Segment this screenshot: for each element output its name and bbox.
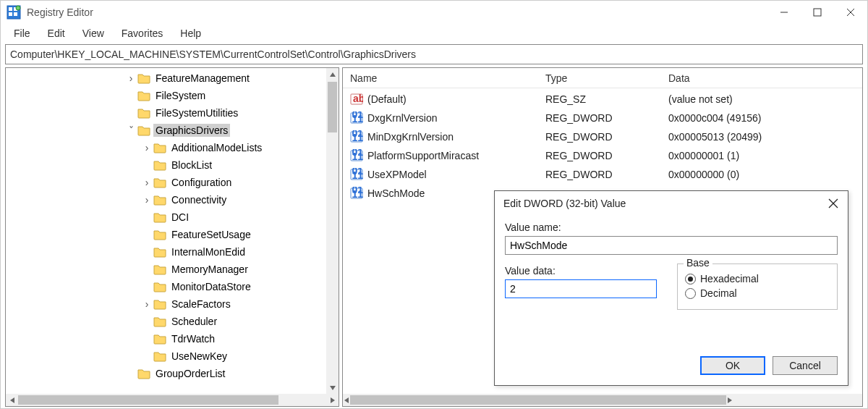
ok-button[interactable]: OK [700,356,765,375]
folder-icon [153,194,166,206]
address-bar[interactable]: Computer\HKEY_LOCAL_MACHINE\SYSTEM\Curre… [5,44,863,64]
tree-node[interactable]: FileSystemUtilities [6,104,339,122]
folder-icon [153,229,166,240]
scroll-right-icon[interactable] [326,397,339,404]
menu-bar: File Edit View Favorites Help [1,24,867,43]
chevron-right-icon[interactable]: › [142,194,152,206]
menu-edit[interactable]: Edit [39,25,74,42]
tree-node[interactable]: GroupOrderList [6,365,339,382]
svg-marker-10 [330,72,336,77]
tree-node[interactable]: FileSystem [6,87,339,104]
tree-node-label: InternalMonEdid [169,245,247,258]
chevron-right-icon[interactable]: › [126,72,136,84]
scroll-right-icon[interactable] [726,397,733,404]
tree-node[interactable]: BlockList [6,156,339,174]
value-name-input[interactable]: HwSchMode [505,236,838,255]
value-name: HwSchMode [367,187,425,199]
base-group: Base Hexadecimal Decimal [677,263,838,310]
list-header: Name Type Data [343,68,862,88]
radio-hexadecimal[interactable]: Hexadecimal [685,273,830,284]
list-row[interactable]: 011110UseXPModelREG_DWORD0x00000000 (0) [343,165,862,184]
folder-icon [137,107,150,119]
dword-value-icon: 011110 [350,130,363,143]
tree-horizontal-scrollbar[interactable] [6,394,339,406]
tree-node[interactable]: UseNewKey [6,347,339,365]
folder-icon [137,72,150,84]
cancel-button[interactable]: Cancel [773,356,838,375]
folder-icon [153,211,166,223]
tree-node-label: FeatureSetUsage [169,228,253,241]
chevron-right-icon[interactable]: › [142,142,152,153]
column-type[interactable]: Type [538,69,661,87]
tree-node[interactable]: ›AdditionalModeLists [6,139,339,156]
svg-rect-7 [814,9,821,16]
column-name[interactable]: Name [343,69,538,87]
chevron-down-icon[interactable]: ˅ [126,125,136,136]
value-name: UseXPModel [367,169,427,180]
tree-node[interactable]: InternalMonEdid [6,243,339,261]
scroll-thumb[interactable] [350,395,726,405]
tree-node[interactable]: ˅GraphicsDrivers [6,122,339,139]
tree-node[interactable]: DCI [6,208,339,226]
folder-icon [153,159,166,171]
menu-view[interactable]: View [74,25,113,42]
tree-node[interactable]: MonitorDataStore [6,278,339,295]
folder-icon [153,246,166,258]
folder-icon [153,177,166,188]
maximize-button[interactable] [801,1,834,24]
scroll-down-icon[interactable] [326,381,339,394]
column-data[interactable]: Data [661,69,862,87]
svg-rect-1 [9,7,12,11]
registry-tree[interactable]: ›FeatureManagementFileSystemFileSystemUt… [6,68,339,384]
scroll-left-icon[interactable] [6,397,18,404]
list-row[interactable]: 011110MinDxgKrnlVersionREG_DWORD0x000050… [343,127,862,146]
edit-dword-dialog: Edit DWORD (32-bit) Value Value name: Hw… [494,190,848,386]
scroll-left-icon[interactable] [343,397,350,404]
tree-node-label: GroupOrderList [153,367,227,380]
svg-marker-11 [330,386,336,390]
list-horizontal-scrollbar[interactable] [343,394,862,406]
tree-node[interactable]: ›Configuration [6,174,339,191]
tree-node[interactable]: ›Connectivity [6,191,339,208]
list-row[interactable]: ab(Default)REG_SZ(value not set) [343,90,862,109]
chevron-right-icon[interactable]: › [142,177,152,188]
window-title: Registry Editor [27,7,767,18]
tree-node[interactable]: FeatureSetUsage [6,226,339,243]
tree-node[interactable]: MemoryManager [6,261,339,278]
value-type: REG_DWORD [538,112,661,124]
menu-favorites[interactable]: Favorites [113,25,172,42]
menu-file[interactable]: File [5,25,39,42]
dword-value-icon: 011110 [350,149,363,162]
close-button[interactable] [834,1,867,24]
svg-text:110: 110 [352,188,364,200]
base-legend: Base [684,257,712,269]
list-row[interactable]: 011110PlatformSupportMiracastREG_DWORD0x… [343,146,862,165]
scroll-thumb[interactable] [18,395,278,405]
svg-marker-12 [10,397,14,403]
svg-text:110: 110 [352,151,364,162]
chevron-right-icon[interactable]: › [142,298,152,310]
tree-node[interactable]: ›ScaleFactors [6,295,339,313]
folder-icon [153,281,166,292]
address-text: Computer\HKEY_LOCAL_MACHINE\SYSTEM\Curre… [10,49,416,60]
value-data-label: Value data: [505,265,657,277]
dword-value-icon: 011110 [350,111,363,125]
tree-vertical-scrollbar[interactable] [326,68,339,394]
dialog-close-button[interactable] [819,191,848,216]
scroll-up-icon[interactable] [326,68,339,80]
minimize-button[interactable] [767,1,801,24]
tree-node[interactable]: Scheduler [6,313,339,330]
title-bar: Registry Editor [1,1,867,24]
tree-node[interactable]: TdrWatch [6,330,339,347]
tree-node-label: Scheduler [169,315,219,328]
tree-node-label: UseNewKey [169,350,229,363]
tree-node-label: AdditionalModeLists [169,141,264,154]
radio-decimal[interactable]: Decimal [685,287,830,299]
tree-node[interactable]: ›FeatureManagement [6,69,339,87]
list-row[interactable]: 011110DxgKrnlVersionREG_DWORD0x0000c004 … [343,109,862,127]
value-data-input[interactable] [505,279,657,298]
svg-marker-32 [728,397,732,403]
value-type: REG_DWORD [538,131,661,143]
scroll-thumb[interactable] [328,82,337,132]
menu-help[interactable]: Help [171,25,210,42]
